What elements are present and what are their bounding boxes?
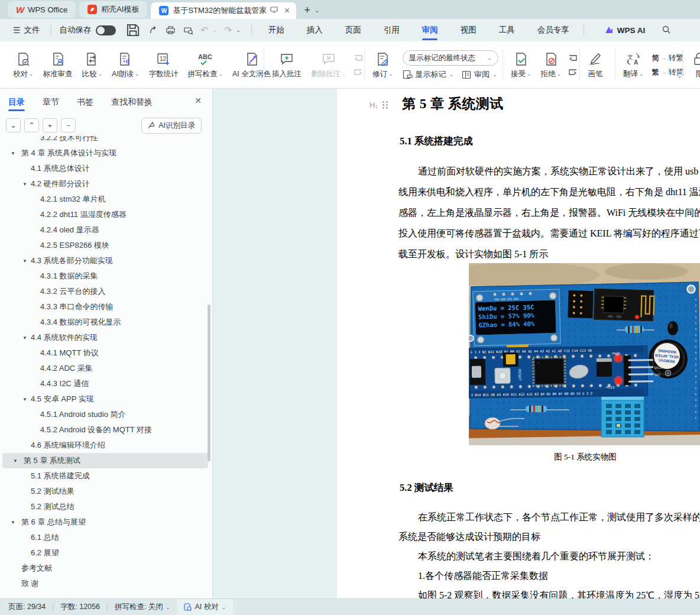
toc-item[interactable]: 5.2 测试结果 <box>0 484 210 499</box>
toc-item[interactable]: ▼第 5 章 系统测试 <box>2 453 208 468</box>
collapse-up-button[interactable]: ⌃ <box>24 118 39 132</box>
toc-item[interactable]: 4.3.1 数据的采集 <box>0 268 210 284</box>
toc-item[interactable]: 4.5.1 Android studio 简介 <box>0 407 210 422</box>
sidebar-tab-toc[interactable]: 目录 <box>8 91 25 112</box>
toc-item[interactable]: 4.2.1 stm32 单片机 <box>0 192 210 207</box>
quick-access-chevron-icon[interactable]: ⌄ <box>236 27 241 33</box>
tab-review[interactable]: 审阅 <box>421 21 439 39</box>
tab-document-active[interactable]: W 基于STM32的智能盆栽管家系统 ✕ <box>151 2 296 19</box>
toc-item[interactable]: 参考文献 <box>0 561 210 576</box>
tab-page[interactable]: 页面 <box>344 21 362 39</box>
close-tab-icon[interactable]: ✕ <box>282 7 291 15</box>
insert-comment-button[interactable]: 插入批注 <box>267 49 306 82</box>
ai-read-button[interactable]: AI朗读⌄ <box>107 49 144 82</box>
toc-item[interactable]: 4.2.2 dht11 温湿度传感器 <box>0 207 210 222</box>
export-icon[interactable] <box>148 25 158 35</box>
print-icon[interactable] <box>166 25 176 35</box>
toc-item[interactable]: ▼4.3 系统各部分功能实现 <box>0 253 210 268</box>
undo-icon[interactable]: ↶ <box>201 25 209 35</box>
expand-all-button[interactable]: ＋ <box>43 118 57 132</box>
new-tab-button[interactable]: + ⌄ <box>302 4 321 17</box>
toc-item[interactable]: 4.3.3 串口命令的传输 <box>0 299 210 315</box>
expand-down-button[interactable]: ⌄ <box>6 118 21 132</box>
toc-item[interactable]: 4.1 系统总体设计 <box>0 161 210 176</box>
toc-item[interactable]: 4.3.4 数据的可视化显示 <box>0 315 210 330</box>
collapse-arrow-icon[interactable]: ▼ <box>22 335 27 341</box>
screen-share-icon[interactable] <box>270 7 278 15</box>
markup-state-dropdown[interactable]: 显示标记的最终状态 ⌄ <box>403 50 498 66</box>
collapse-arrow-icon[interactable]: ▼ <box>13 458 18 464</box>
sidebar-tab-find-replace[interactable]: 查找和替换 <box>111 91 153 112</box>
collapse-arrow-icon[interactable]: ▼ <box>22 182 27 187</box>
collapse-arrow-icon[interactable]: ▼ <box>22 258 27 264</box>
next-comment-icon[interactable] <box>352 67 364 77</box>
toc-item[interactable]: 4.5.2 Android 设备的 MQTT 对接 <box>0 422 210 438</box>
toc-item[interactable]: 4.2.5 ESP8266 模块 <box>0 238 210 253</box>
tab-tools[interactable]: 工具 <box>498 21 516 39</box>
tab-template[interactable]: 稻壳AI模板 <box>79 1 147 18</box>
show-markup-button[interactable]: 显示标记⌄ <box>403 69 454 80</box>
redo-icon[interactable]: ↷ <box>225 25 232 35</box>
print-preview-icon[interactable] <box>183 25 193 35</box>
group-expand-icon[interactable]: ↘ <box>677 73 682 79</box>
reject-button[interactable]: 拒绝⌄ <box>536 49 566 82</box>
next-change-icon[interactable] <box>567 67 579 77</box>
compare-button[interactable]: 比较⌄ <box>77 49 108 82</box>
chevron-down-icon[interactable]: ⌄ <box>313 7 321 14</box>
toc-item[interactable]: ▼4.5 安卓 APP 实现 <box>0 391 210 407</box>
drag-handle-icon[interactable] <box>383 101 388 109</box>
word-count-button[interactable]: 12 字数统计 <box>144 49 183 82</box>
standard-review-button[interactable]: 标准审查 <box>38 49 77 82</box>
tab-home[interactable]: 开始 <box>267 21 286 39</box>
toc-item[interactable]: 5.1 系统搭建完成 <box>0 468 210 484</box>
toc-item[interactable]: 4.4.3 I2C 通信 <box>0 376 210 391</box>
spellcheck-indicator[interactable]: 拼写检查: 关闭⌄ <box>115 602 170 612</box>
tab-member[interactable]: 会员专享 <box>536 21 571 39</box>
delete-comment-button[interactable]: 删除批注⌄ <box>306 49 351 82</box>
undo-chevron-icon[interactable]: ⌄ <box>212 27 217 33</box>
tab-wps-office[interactable]: W WPS Office <box>8 1 76 18</box>
toc-item[interactable]: 3.2.2 技术可行性 <box>0 136 210 145</box>
toc-item[interactable]: 致 谢 <box>0 576 210 591</box>
tab-reference[interactable]: 引用 <box>383 21 401 39</box>
tab-insert[interactable]: 插入 <box>306 21 324 39</box>
prev-change-icon[interactable] <box>567 53 579 63</box>
ai-recognize-toc-button[interactable]: AI识别目录 <box>141 118 202 134</box>
collapse-arrow-icon[interactable]: ▼ <box>11 151 15 156</box>
close-sidebar-icon[interactable]: ✕ <box>195 96 202 105</box>
autosave-toggle[interactable] <box>96 25 116 35</box>
toc-item[interactable]: 6.1 总结 <box>0 530 210 545</box>
translate-button[interactable]: 文A 翻译⌄ <box>618 49 649 82</box>
collapse-arrow-icon[interactable]: ▼ <box>22 397 27 402</box>
sidebar-tab-bookmarks[interactable]: 书签 <box>77 91 93 112</box>
toc-item[interactable]: 4.4.2 ADC 采集 <box>0 361 210 376</box>
toc-item[interactable]: ▼第 6 章 总结与展望 <box>0 514 210 530</box>
toc-item[interactable]: 6.2 展望 <box>0 545 210 561</box>
review-pane-button[interactable]: 审阅⌄ <box>462 69 497 80</box>
toc-item[interactable]: 4.6 系统编辑环境介绍 <box>0 438 210 453</box>
tab-view[interactable]: 视图 <box>459 21 478 39</box>
search-icon[interactable] <box>662 25 671 36</box>
collapse-all-button[interactable]: － <box>61 118 76 132</box>
wps-ai-button[interactable]: WPS AI <box>604 26 646 35</box>
collapse-arrow-icon[interactable]: ▼ <box>11 520 15 525</box>
spell-check-button[interactable]: ABC 拼写检查⌄ <box>183 49 228 82</box>
sidebar-tab-chapters[interactable]: 章节 <box>43 91 59 112</box>
brush-button[interactable]: 画笔 <box>583 49 608 82</box>
page-indicator[interactable]: 页面: 29/34 <box>8 602 46 612</box>
ai-proofread-control[interactable]: AI 校对⌄ <box>177 599 233 615</box>
toc-item[interactable]: ▼第 4 章 系统具体设计与实现 <box>0 145 210 161</box>
accept-button[interactable]: 接受⌄ <box>506 49 536 82</box>
file-menu[interactable]: ☰ 文件 <box>7 25 46 35</box>
toc-item[interactable]: ▼4.4 系统软件的实现 <box>0 330 210 345</box>
word-count-indicator[interactable]: 字数: 12056 <box>60 602 100 612</box>
restrict-edit-button[interactable]: 限 <box>687 49 700 82</box>
toc-item[interactable]: 4.4.1 MQTT 协议 <box>0 345 210 361</box>
toc-item[interactable]: ▼4.2 硬件部分设计 <box>0 176 210 192</box>
toc-item[interactable]: 5.2 测试总结 <box>0 499 210 514</box>
document-page[interactable]: H₁ 第 5 章 系统测试 5.1 系统搭建完成 通过前面对软硬件的实施方案，系… <box>337 89 700 615</box>
save-icon[interactable] <box>125 22 141 38</box>
toc-item[interactable]: 4.2.4 oled 显示器 <box>0 222 210 238</box>
sidebar-scrollbar[interactable] <box>208 305 210 461</box>
prev-comment-icon[interactable] <box>352 53 364 63</box>
